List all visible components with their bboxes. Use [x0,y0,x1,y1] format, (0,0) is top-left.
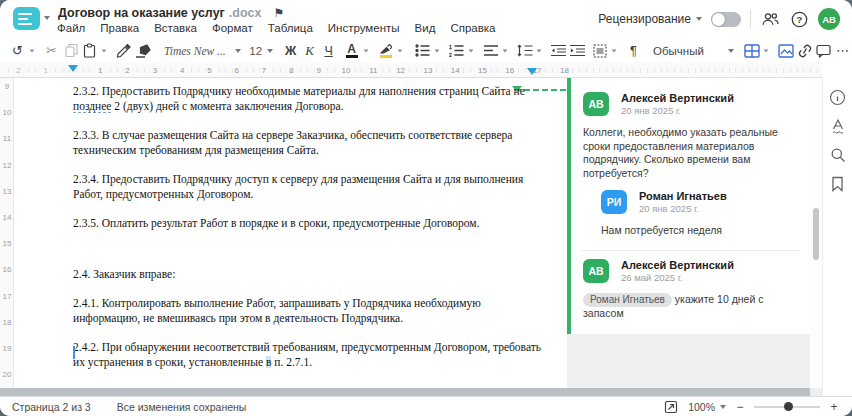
zoom-slider[interactable] [754,406,820,408]
decrease-indent-button[interactable] [549,40,568,61]
scrollbar-thumb[interactable] [813,208,819,260]
save-status: Все изменения сохранены [117,401,247,413]
comment-date: 20 янв 2025 г. [621,105,798,117]
editor-workspace: 91011121314151617181920 2.3.2. Предостав… [0,78,852,396]
increase-indent-button[interactable] [568,40,587,61]
italic-button[interactable]: К [300,40,319,61]
review-caret-icon [696,17,702,21]
paragraph-style-dropdown[interactable]: Обычный [653,45,734,57]
insert-table-button[interactable] [742,40,761,61]
cut-button[interactable]: ✂ [42,40,61,61]
paragraph-2-4: 2.4. Заказчик вправе: [73,267,541,282]
align-button[interactable] [481,40,500,61]
title-bar: Договор на оказание услуг .docx ⚑ Файл П… [0,0,852,38]
comment-author: Роман Игнатьев [639,190,798,203]
menu-file[interactable]: Файл [57,22,85,34]
document-title: Договор на оказание услуг [58,6,225,20]
highlight-color-button[interactable] [376,40,395,61]
document-text: 2.3.2. Предоставить Подрядчику необходим… [73,84,541,384]
copy-button[interactable] [61,40,80,61]
menu-edit[interactable]: Правка [100,22,139,34]
menu-insert[interactable]: Вставка [154,22,197,34]
menu-view[interactable]: Вид [415,22,436,34]
paste-button[interactable] [80,40,99,61]
insert-comment-button[interactable] [814,40,833,61]
fit-page-icon[interactable] [662,398,680,416]
paragraph-borders-caret-icon[interactable] [609,40,619,61]
review-mode-label: Рецензирование [598,12,691,26]
flag-icon[interactable]: ⚑ [273,6,284,20]
svg-text:1: 1 [449,44,452,50]
commented-text[interactable]: позднее [73,100,111,113]
comment-item[interactable]: АВ Алексей Вертинский 20 янв 2025 г. Кол… [581,86,800,184]
more-tools-button[interactable]: ⋯ [833,40,852,61]
format-painter-button[interactable] [114,40,133,61]
paragraph-borders-button[interactable] [590,40,609,61]
help-icon[interactable]: ? [789,9,809,29]
spellcheck-icon[interactable] [829,117,847,135]
comment-reply-item[interactable]: РИ Роман Игнатьев 20 янв 2025 г. Нам пот… [599,184,800,242]
zoom-slider-handle[interactable] [784,402,793,411]
paragraph-2-3-5: 2.3.5. Оплатить результат Работ в порядк… [73,216,541,231]
numbered-list-button[interactable]: 12 [447,40,466,61]
bookmark-icon[interactable] [829,175,847,193]
page-indicator[interactable]: Страница 2 из 3 [12,401,91,413]
underline-button[interactable]: Ч [319,40,338,61]
align-caret-icon[interactable] [500,40,510,61]
insert-link-button[interactable] [795,40,814,61]
insert-table-caret-icon[interactable] [761,40,771,61]
app-logo-icon[interactable] [13,7,40,30]
logo-menu-caret-icon[interactable] [44,16,50,20]
paragraph-2-3-3: 2.3.3. В случае размещения Сайта на серв… [73,128,541,158]
bullet-list-caret-icon[interactable] [432,40,442,61]
menu-help[interactable]: Справка [450,22,495,34]
highlight-caret-icon[interactable] [395,40,405,61]
zoom-in-button[interactable]: + [828,400,840,414]
comment-avatar: АВ [583,92,609,116]
bullet-list-button[interactable] [413,40,432,61]
review-toggle[interactable] [711,12,741,27]
vertical-scrollbar[interactable] [810,78,822,388]
left-indent-marker[interactable] [68,65,78,72]
review-mode-dropdown[interactable]: Рецензирование [598,12,702,26]
line-spacing-button[interactable] [515,40,534,61]
mention-chip[interactable]: Роман Игнатьев [583,293,672,307]
menu-tools[interactable]: Инструменты [328,22,400,34]
zoom-level-dropdown[interactable]: 100% [688,401,726,413]
search-icon[interactable] [829,146,847,164]
user-avatar[interactable]: АВ [818,8,840,30]
comment-item[interactable]: АВ Алексей Вертинский 26 май 2025 г. Ром… [581,253,800,325]
document-extension: .docx [229,6,262,20]
font-size-caret-icon [267,49,273,53]
numbered-list-caret-icon[interactable] [466,40,476,61]
line-spacing-caret-icon[interactable] [534,40,544,61]
paragraph-style-caret-icon [728,49,734,53]
menu-table[interactable]: Таблица [268,22,313,34]
bold-button[interactable]: Ж [281,40,300,61]
undo-caret-icon[interactable] [27,40,37,61]
undo-button[interactable]: ↺ [8,40,27,61]
paragraph-2-4-2: 2.4.2. При обнаружении несоответствий тр… [73,340,541,370]
collaborators-icon[interactable] [760,9,780,29]
vertical-ruler: 91011121314151617181920 [0,78,14,388]
menu-format[interactable]: Формат [212,22,253,34]
insert-image-button[interactable] [776,40,795,61]
clear-style-eraser-button[interactable] [133,40,152,61]
comment-thread-card[interactable]: АВ Алексей Вертинский 20 янв 2025 г. Кол… [567,78,810,334]
font-family-caret-icon [235,49,241,53]
info-icon[interactable] [829,88,847,106]
comment-text: Роман Игнатьев укажите 10 дней с запасом [583,293,798,321]
font-color-button[interactable]: А [342,40,361,61]
paste-caret-icon[interactable] [99,40,109,61]
font-color-caret-icon[interactable] [361,40,371,61]
zoom-out-button[interactable]: − [734,400,746,414]
paragraph-2-4-1: 2.4.1. Контролировать выполнение Работ, … [73,296,541,326]
right-indent-marker[interactable] [527,68,537,75]
document-page[interactable]: 2.3.2. Предоставить Подрядчику необходим… [14,78,567,388]
show-paragraph-marks-button[interactable]: ¶ [624,40,643,61]
font-family-dropdown[interactable]: Times New ... [162,45,243,57]
comment-avatar: РИ [601,190,627,214]
zoom-caret-icon [720,405,726,409]
right-sidebar-toolbar [822,78,852,396]
font-size-dropdown[interactable]: 12 [247,45,275,57]
